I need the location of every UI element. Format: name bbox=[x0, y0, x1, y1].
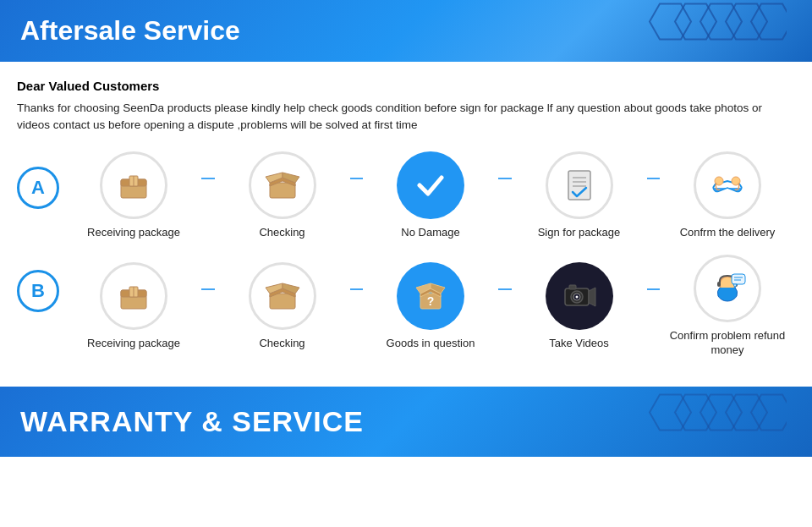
header: Aftersale Service bbox=[0, 0, 812, 62]
svg-marker-37 bbox=[589, 288, 595, 306]
step-b-5-icon bbox=[694, 255, 761, 322]
step-b-2: Checking bbox=[215, 262, 350, 351]
svg-marker-45 bbox=[650, 394, 691, 430]
row-label-a: A bbox=[17, 167, 59, 209]
svg-rect-39 bbox=[717, 282, 721, 287]
step-b-3-label: Goods in question bbox=[387, 337, 475, 351]
connector-a-4 bbox=[647, 178, 661, 179]
svg-point-35 bbox=[575, 295, 578, 298]
step-a-3: No Damage bbox=[363, 151, 498, 240]
svg-marker-48 bbox=[726, 394, 767, 430]
step-a-3-icon bbox=[397, 151, 464, 219]
step-a-2-label: Checking bbox=[259, 226, 304, 240]
flow-steps-a: Receiving package Checking bbox=[66, 151, 795, 240]
connector-b-2 bbox=[350, 288, 364, 290]
step-a-5: Confrm the delivery bbox=[660, 151, 795, 240]
step-a-1: Receiving package bbox=[66, 151, 201, 240]
step-b-1: Receiving package bbox=[66, 262, 201, 351]
step-b-5-label: Confirm problem refund money bbox=[660, 329, 795, 358]
connector-b-4 bbox=[647, 288, 661, 290]
svg-text:?: ? bbox=[427, 294, 435, 308]
step-b-3: ? Goods in question bbox=[363, 262, 498, 351]
footer: WARRANTY & SERVICE bbox=[0, 387, 812, 457]
svg-marker-49 bbox=[751, 394, 787, 430]
svg-rect-36 bbox=[569, 285, 576, 289]
connector-b-3 bbox=[498, 288, 512, 290]
connector-a-3 bbox=[498, 178, 512, 179]
dear-title: Dear Valued Customers bbox=[17, 79, 795, 93]
svg-marker-3 bbox=[726, 3, 767, 39]
step-a-2-icon bbox=[249, 151, 316, 219]
step-a-4-icon bbox=[546, 151, 613, 219]
step-a-4: Sign for package bbox=[512, 151, 647, 240]
step-b-1-label: Receiving package bbox=[87, 337, 180, 351]
flow-steps-b: Receiving package Checking bbox=[66, 255, 795, 358]
flow-row-a: A Receiving package bbox=[17, 151, 795, 240]
svg-rect-41 bbox=[732, 274, 745, 284]
step-b-4: Take Videos bbox=[512, 262, 647, 351]
step-b-2-icon bbox=[249, 262, 316, 330]
description: Thanks for choosing SeenDa products plea… bbox=[17, 100, 795, 134]
step-b-4-label: Take Videos bbox=[549, 337, 609, 351]
step-a-3-label: No Damage bbox=[401, 226, 459, 240]
step-b-1-icon bbox=[100, 262, 167, 330]
connector-a-1 bbox=[201, 178, 215, 179]
header-title: Aftersale Service bbox=[20, 15, 240, 47]
footer-hexagon-decoration bbox=[634, 390, 787, 453]
svg-marker-0 bbox=[650, 3, 691, 39]
step-a-1-icon bbox=[100, 151, 167, 219]
step-a-2: Checking bbox=[215, 151, 350, 240]
step-a-5-label: Confrm the delivery bbox=[680, 226, 776, 240]
svg-marker-1 bbox=[675, 3, 716, 39]
step-a-4-label: Sign for package bbox=[538, 226, 621, 240]
step-b-5: Confirm problem refund money bbox=[660, 255, 795, 358]
main-content: Dear Valued Customers Thanks for choosin… bbox=[0, 62, 812, 387]
row-label-b: B bbox=[17, 270, 59, 312]
step-b-2-label: Checking bbox=[259, 337, 304, 351]
connector-a-2 bbox=[350, 178, 364, 179]
footer-title: WARRANTY & SERVICE bbox=[20, 405, 364, 438]
step-a-1-label: Receiving package bbox=[87, 226, 180, 240]
svg-marker-2 bbox=[700, 3, 742, 39]
connector-b-1 bbox=[201, 288, 215, 290]
flow-row-b: B Receiving package bbox=[17, 255, 795, 358]
step-a-5-icon bbox=[694, 151, 761, 219]
svg-marker-46 bbox=[675, 394, 716, 430]
svg-marker-47 bbox=[700, 394, 742, 430]
header-hexagon-decoration bbox=[634, 0, 787, 62]
step-b-4-icon bbox=[546, 262, 613, 330]
step-b-3-icon: ? bbox=[397, 262, 464, 330]
svg-marker-4 bbox=[751, 3, 787, 39]
